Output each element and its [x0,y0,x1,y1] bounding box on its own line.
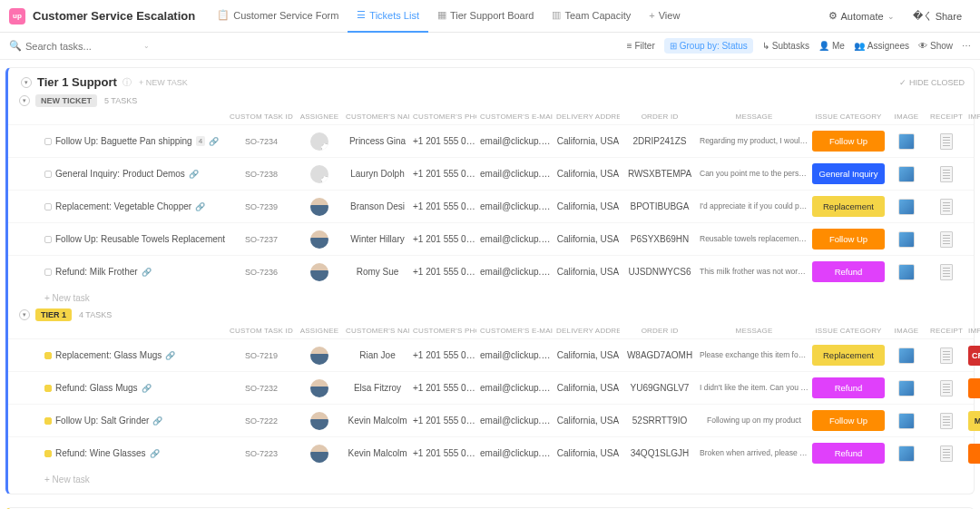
column-header[interactable]: IMAGE [888,113,925,121]
table-row[interactable]: Refund: Milk Frother 🔗 SO-7236 Romy Sue … [8,255,974,288]
column-header[interactable]: RECEIPT [928,113,965,121]
receipt-thumb[interactable] [940,264,953,280]
task-name-cell[interactable]: Replacement: Glass Mugs 🔗 [44,350,226,360]
assignee-avatar[interactable] [310,347,328,365]
search-input[interactable] [25,41,107,52]
image-thumb[interactable] [898,133,915,150]
table-row[interactable]: General Inquiry: Product Demos 🔗 SO-7238… [8,157,974,190]
add-task-row[interactable]: + New task [8,469,974,490]
group-button[interactable]: ⊞Group by: Status [664,38,753,54]
task-name-cell[interactable]: Refund: Glass Mugs 🔗 [44,383,226,393]
assignee-avatar[interactable] [310,445,328,463]
column-header[interactable]: CUSTOM TASK ID [230,327,293,335]
more-button[interactable]: ⋯ [962,41,971,51]
column-header[interactable]: CUSTOMER'S E-MAIL [480,113,553,121]
column-header[interactable]: IMAGE [888,327,925,335]
image-thumb[interactable] [898,380,915,396]
assignee-avatar[interactable] [310,412,328,430]
link-icon[interactable]: 🔗 [142,384,152,393]
task-name-cell[interactable]: Refund: Wine Glasses 🔗 [44,448,226,458]
image-thumb[interactable] [898,166,915,182]
tab-capacity[interactable]: ▥Team Capacity [543,0,640,33]
column-header[interactable]: CUSTOM TASK ID [230,113,293,121]
receipt-thumb[interactable] [940,166,953,182]
receipt-thumb[interactable] [940,445,953,462]
column-header[interactable]: CUSTOMER'S PHONE [413,327,476,335]
table-row[interactable]: Replacement: Glass Mugs 🔗 SO-7219 Rian J… [8,338,974,371]
assignees-button[interactable]: 👥Assignees [854,41,909,51]
table-row[interactable]: Follow Up: Reusable Towels Replacement 🔗… [8,222,974,255]
column-header[interactable]: CUSTOMER'S NAME [346,327,409,335]
column-header[interactable]: MESSAGE [700,113,808,121]
category-badge[interactable]: Refund [812,377,885,398]
column-header[interactable]: MESSAGE [700,327,808,335]
receipt-thumb[interactable] [940,133,953,150]
image-thumb[interactable] [898,264,915,280]
assignee-avatar[interactable] [310,379,328,397]
assignee-avatar[interactable] [310,198,328,216]
task-name-cell[interactable]: Refund: Milk Frother 🔗 [44,267,226,277]
status-dot[interactable] [44,385,52,392]
link-icon[interactable]: 🔗 [152,416,162,426]
link-icon[interactable]: 🔗 [150,449,160,458]
column-header[interactable]: DELIVERY ADDRESS [556,113,620,121]
task-name-cell[interactable]: Follow Up: Salt Grinder 🔗 [44,416,226,426]
receipt-thumb[interactable] [940,413,953,429]
receipt-thumb[interactable] [940,231,953,248]
link-icon[interactable]: 🔗 [209,137,219,146]
link-icon[interactable]: 🔗 [165,351,175,360]
status-dot[interactable] [44,138,52,145]
column-header[interactable]: IMPACT LEVEL [968,327,980,335]
assignee-avatar[interactable] [310,230,328,249]
link-icon[interactable]: 🔗 [189,170,199,179]
tab-board[interactable]: ▦Tier Support Board [428,0,544,33]
subtasks-button[interactable]: ↳Subtasks [762,41,809,51]
assignee-avatar[interactable] [310,165,328,183]
hide-closed[interactable]: ✓ HIDE CLOSED [899,78,965,87]
chevron-down-icon[interactable]: ⌄ [143,42,150,50]
assignee-avatar[interactable] [310,263,328,281]
receipt-thumb[interactable] [940,347,953,364]
column-header[interactable]: ORDER ID [623,327,696,335]
image-thumb[interactable] [898,231,915,248]
link-icon[interactable]: 🔗 [195,202,205,211]
status-dot[interactable] [44,352,52,359]
category-badge[interactable]: Follow Up [812,229,885,250]
status-dot[interactable] [44,269,52,276]
table-row[interactable]: Refund: Glass Mugs 🔗 SO-7232 Elsa Fitzro… [8,371,974,404]
table-row[interactable]: Refund: Wine Glasses 🔗 SO-7223 Kevin Mal… [8,436,974,469]
collapse-icon[interactable]: ▾ [21,77,32,88]
task-name-cell[interactable]: General Inquiry: Product Demos 🔗 [44,169,226,179]
column-header[interactable]: ISSUE CATEGORY [812,327,885,335]
link-icon[interactable]: 🔗 [142,268,152,277]
column-header[interactable]: ORDER ID [623,113,696,121]
category-badge[interactable]: Replacement [812,345,885,366]
column-header[interactable] [44,327,226,335]
tab-tickets-list[interactable]: ☰Tickets List [348,0,428,33]
column-header[interactable]: CUSTOMER'S PHONE [413,113,476,121]
me-button[interactable]: 👤Me [818,41,845,51]
column-header[interactable]: ISSUE CATEGORY [812,113,885,121]
tab-form[interactable]: 📋Customer Service Form [208,0,348,33]
column-header[interactable]: ASSIGNEE [297,113,342,121]
category-badge[interactable]: Follow Up [812,410,885,431]
new-task-link[interactable]: + NEW TASK [139,78,188,87]
add-task-row[interactable]: + New task [8,288,974,308]
assignee-avatar[interactable] [310,132,328,151]
column-header[interactable]: CUSTOMER'S E-MAIL [480,327,553,335]
image-thumb[interactable] [898,199,915,215]
category-badge[interactable]: General Inquiry [812,163,885,184]
table-row[interactable]: Follow Up: Baguette Pan shipping 4 🔗 SO-… [8,124,974,157]
filter-button[interactable]: ≡Filter [627,41,655,51]
show-button[interactable]: 👁Show [918,41,953,51]
status-dot[interactable] [44,450,52,457]
table-row[interactable]: Follow Up: Salt Grinder 🔗 SO-7222 Kevin … [8,404,974,436]
column-header[interactable]: RECEIPT [928,327,965,335]
status-dot[interactable] [44,171,52,178]
group-badge[interactable]: TIER 1 [35,308,72,321]
category-badge[interactable]: Refund [812,443,885,464]
image-thumb[interactable] [898,445,915,462]
column-header[interactable] [44,113,226,121]
category-badge[interactable]: Replacement [812,196,885,217]
task-name-cell[interactable]: Follow Up: Reusable Towels Replacement 🔗 [44,234,226,244]
